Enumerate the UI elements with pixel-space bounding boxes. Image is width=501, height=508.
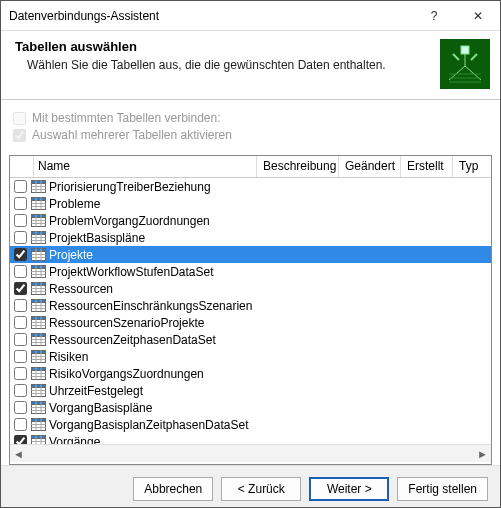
- svg-rect-1: [461, 46, 469, 54]
- row-checkbox[interactable]: [14, 384, 27, 397]
- col-modified[interactable]: Geändert: [339, 156, 401, 177]
- row-checkbox[interactable]: [14, 197, 27, 210]
- table-icon: [31, 316, 46, 329]
- table-row[interactable]: Risiken: [10, 348, 491, 365]
- next-button[interactable]: Weiter >: [309, 477, 389, 501]
- table-icon: [31, 265, 46, 278]
- table-icon: [31, 367, 46, 380]
- row-label: Risiken: [49, 350, 88, 364]
- table-row[interactable]: VorgangBasisplanZeitphasenDataSet: [10, 416, 491, 433]
- row-checkbox[interactable]: [14, 401, 27, 414]
- horizontal-scrollbar[interactable]: ◄ ►: [10, 444, 491, 462]
- svg-rect-87: [32, 419, 46, 422]
- row-label: Ressourcen: [49, 282, 113, 296]
- row-checkbox[interactable]: [14, 367, 27, 380]
- row-checkbox[interactable]: [14, 231, 27, 244]
- window-title: Datenverbindungs-Assistent: [1, 9, 412, 23]
- row-label: RessourcenZeitphasenDataSet: [49, 333, 216, 347]
- col-created[interactable]: Erstellt: [401, 156, 453, 177]
- svg-rect-9: [32, 198, 46, 201]
- table-row[interactable]: Projekte: [10, 246, 491, 263]
- table-icon: [31, 418, 46, 431]
- wizard-header: Tabellen auswählen Wählen Sie die Tabell…: [1, 31, 500, 99]
- row-checkbox[interactable]: [14, 350, 27, 363]
- svg-rect-81: [32, 402, 46, 405]
- row-label: RisikoVorgangsZuordnungen: [49, 367, 204, 381]
- svg-rect-69: [32, 368, 46, 371]
- cancel-button[interactable]: Abbrechen: [133, 477, 213, 501]
- svg-rect-51: [32, 317, 46, 320]
- svg-rect-39: [32, 283, 46, 286]
- option-multi: Auswahl mehrerer Tabellen aktivieren: [13, 128, 488, 142]
- row-label: Projekte: [49, 248, 93, 262]
- row-checkbox[interactable]: [14, 333, 27, 346]
- svg-rect-15: [32, 215, 46, 218]
- row-checkbox[interactable]: [14, 180, 27, 193]
- scroll-right-icon[interactable]: ►: [477, 448, 488, 460]
- option-connect-checkbox: [13, 112, 26, 125]
- header-subtitle: Wählen Sie die Tabellen aus, die die gew…: [15, 58, 434, 72]
- col-description[interactable]: Beschreibung: [257, 156, 339, 177]
- row-checkbox[interactable]: [14, 214, 27, 227]
- table-body[interactable]: PriorisierungTreiberBeziehungProblemePro…: [10, 178, 491, 444]
- svg-rect-45: [32, 300, 46, 303]
- row-checkbox[interactable]: [14, 282, 27, 295]
- table-row[interactable]: Vorgänge: [10, 433, 491, 444]
- col-name[interactable]: Name: [34, 156, 257, 177]
- col-checkbox: [10, 156, 34, 177]
- table-row[interactable]: RessourcenZeitphasenDataSet: [10, 331, 491, 348]
- row-label: PriorisierungTreiberBeziehung: [49, 180, 211, 194]
- table-icon: [31, 299, 46, 312]
- svg-rect-27: [32, 249, 46, 252]
- svg-rect-93: [32, 436, 46, 439]
- table-header: Name Beschreibung Geändert Erstellt Typ: [10, 156, 491, 178]
- titlebar: Datenverbindungs-Assistent ? ✕: [1, 1, 500, 31]
- col-type[interactable]: Typ: [453, 156, 491, 177]
- table-row[interactable]: RisikoVorgangsZuordnungen: [10, 365, 491, 382]
- wizard-icon: [440, 39, 490, 89]
- table-icon: [31, 248, 46, 261]
- table-row[interactable]: VorgangBasispläne: [10, 399, 491, 416]
- row-label: RessourcenSzenarioProjekte: [49, 316, 204, 330]
- wizard-footer: Abbrechen < Zurück Weiter > Fertig stell…: [1, 465, 500, 508]
- row-label: RessourcenEinschränkungsSzenarien: [49, 299, 252, 313]
- table-icon: [31, 333, 46, 346]
- row-checkbox[interactable]: [14, 435, 27, 444]
- table-icon: [31, 197, 46, 210]
- row-label: ProjektWorkflowStufenDataSet: [49, 265, 214, 279]
- table-icon: [31, 435, 46, 444]
- row-checkbox[interactable]: [14, 248, 27, 261]
- row-label: VorgangBasisplanZeitphasenDataSet: [49, 418, 248, 432]
- svg-rect-21: [32, 232, 46, 235]
- table-icon: [31, 384, 46, 397]
- table-row[interactable]: ProjektWorkflowStufenDataSet: [10, 263, 491, 280]
- svg-rect-3: [32, 181, 46, 184]
- row-label: Vorgänge: [49, 435, 100, 445]
- table-row[interactable]: Probleme: [10, 195, 491, 212]
- table-row[interactable]: Ressourcen: [10, 280, 491, 297]
- svg-rect-63: [32, 351, 46, 354]
- table-row[interactable]: ProblemVorgangZuordnungen: [10, 212, 491, 229]
- scroll-left-icon[interactable]: ◄: [13, 448, 24, 460]
- option-multi-checkbox: [13, 129, 26, 142]
- row-checkbox[interactable]: [14, 299, 27, 312]
- table-row[interactable]: UhrzeitFestgelegt: [10, 382, 491, 399]
- back-button[interactable]: < Zurück: [221, 477, 301, 501]
- row-label: Probleme: [49, 197, 100, 211]
- table-icon: [31, 214, 46, 227]
- table-row[interactable]: PriorisierungTreiberBeziehung: [10, 178, 491, 195]
- row-checkbox[interactable]: [14, 418, 27, 431]
- option-connect: Mit bestimmten Tabellen verbinden:: [13, 111, 488, 125]
- table-row[interactable]: RessourcenSzenarioProjekte: [10, 314, 491, 331]
- close-icon[interactable]: ✕: [456, 1, 500, 31]
- table-row[interactable]: ProjektBasispläne: [10, 229, 491, 246]
- svg-rect-75: [32, 385, 46, 388]
- table-row[interactable]: RessourcenEinschränkungsSzenarien: [10, 297, 491, 314]
- table-icon: [31, 350, 46, 363]
- help-icon[interactable]: ?: [412, 1, 456, 31]
- svg-rect-57: [32, 334, 46, 337]
- row-checkbox[interactable]: [14, 316, 27, 329]
- row-checkbox[interactable]: [14, 265, 27, 278]
- row-label: UhrzeitFestgelegt: [49, 384, 143, 398]
- finish-button[interactable]: Fertig stellen: [397, 477, 488, 501]
